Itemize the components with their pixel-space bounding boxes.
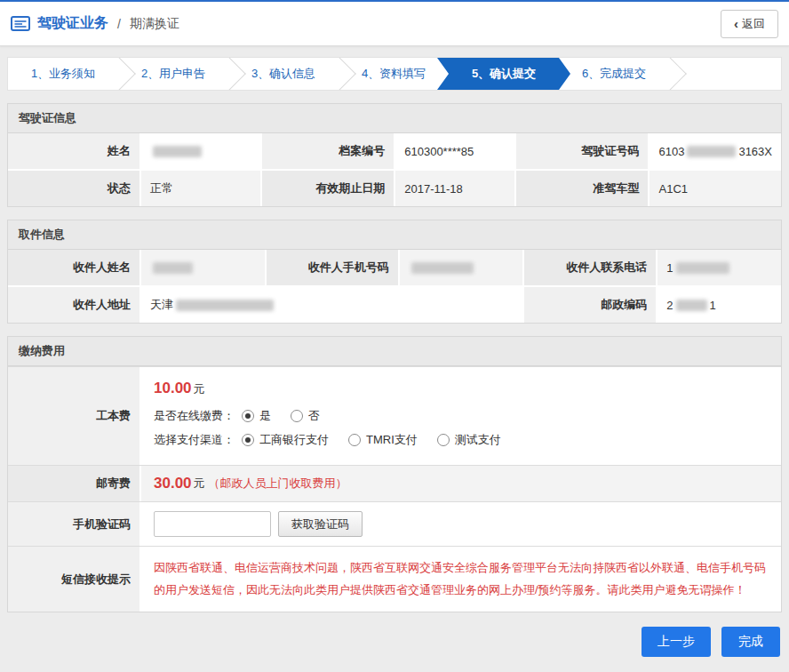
recipient-mobile-label: 收件人手机号码 [267,250,398,285]
mail-fee-amount: 30.00 [154,475,192,492]
recipient-phone-label: 收件人联系电话 [524,250,656,285]
redacted-address [176,300,274,311]
vehicle-type-value: A1C1 [650,171,781,206]
expiry-label: 有效期止日期 [262,171,394,206]
postcode-label: 邮政编码 [524,287,656,323]
production-fee-amount: 10.00 [154,380,192,396]
radio-selected-icon [242,410,254,422]
breadcrumb-separator: / [117,17,121,31]
redacted-recipient-name [153,262,193,274]
fee-unit: 元 [194,476,205,492]
step-5-confirm-submit-active: 5、确认提交 [437,58,570,90]
step-2-user-declaration: 2、用户申告 [118,58,228,90]
sms-code-content: 获取验证码 [141,502,781,546]
license-business-icon [11,16,30,31]
mail-fee-row: 邮寄费 30.00元（邮政人员上门收取费用） [8,465,781,501]
finish-button[interactable]: 完成 [721,627,780,657]
breadcrumb: 驾驶证业务 / 期满换证 [11,14,179,33]
section-title-license: 驾驶证信息 [8,104,781,133]
recipient-mobile-value [400,250,523,285]
online-pay-option-line: 是否在线缴费： 是 否 [154,408,769,424]
name-label: 姓名 [8,133,139,169]
vehicle-type-label: 准驾车型 [516,171,648,206]
recipient-name-value [141,250,265,285]
step-4-fill-data: 4、资料填写 [339,58,449,90]
status-value: 正常 [141,171,260,206]
chevron-left-icon: ‹ [734,17,738,30]
production-fee-content: 10.00元 是否在线缴费： 是 否 选择支付渠道： 工商银行支付 [141,367,781,465]
step-1-business-notice: 1、业务须知 [8,58,118,90]
address-label: 收件人地址 [8,287,139,323]
pickup-info-table: 收件人姓名 收件人手机号码 收件人联系电话 1 收件人地址 天津 邮政编码 21 [8,250,781,323]
sms-code-label: 手机验证码 [8,502,139,546]
fee-unit: 元 [194,382,205,396]
recipient-name-label: 收件人姓名 [8,250,139,285]
page-title: 驾驶证业务 [37,14,108,33]
postcode-value: 21 [658,287,781,323]
radio-unselected-icon [291,410,303,422]
license-no-label: 驾驶证号码 [516,133,648,169]
sms-code-row: 手机验证码 获取验证码 [8,501,781,546]
radio-online-pay-yes[interactable]: 是 [242,408,271,424]
expiry-value: 2017-11-18 [395,171,514,206]
sms-notice-label: 短信接收提示 [8,547,139,612]
previous-step-button[interactable]: 上一步 [642,627,711,657]
step-3-confirm-info: 3、确认信息 [228,58,339,90]
footer-actions: 上一步 完成 [0,612,789,671]
license-no-value: 61033163X [650,133,781,169]
production-fee-label: 工本费 [8,367,139,465]
pay-channel-option-line: 选择支付渠道： 工商银行支付 TMRI支付 测试支付 [154,432,769,448]
radio-online-pay-no[interactable]: 否 [291,408,320,424]
license-info-section: 驾驶证信息 姓名 档案编号 610300****85 驾驶证号码 6103316… [7,103,782,207]
back-button-label: 返回 [742,16,765,32]
mail-fee-label: 邮寄费 [8,466,139,501]
production-fee-amount-line: 10.00元 [154,380,769,397]
name-value [141,133,260,169]
radio-selected-icon [242,434,254,446]
radio-channel-icbc[interactable]: 工商银行支付 [242,432,329,448]
license-info-table: 姓名 档案编号 610300****85 驾驶证号码 61033163X 状态 … [8,133,781,206]
file-no-label: 档案编号 [262,133,394,169]
header: 驾驶证业务 / 期满换证 ‹ 返回 [0,2,789,46]
mail-fee-content: 30.00元（邮政人员上门收取费用） [141,466,781,501]
breadcrumb-current: 期满换证 [130,16,179,32]
sms-notice-text: 因陕西省联通、电信运营商技术问题，陕西省互联网交通安全综合服务管理平台无法向持陕… [154,556,769,603]
redacted-recipient-phone [676,262,729,274]
get-code-button[interactable]: 获取验证码 [278,511,363,537]
address-value: 天津 [141,287,522,323]
mail-fee-note: （邮政人员上门收取费用） [209,476,347,492]
redacted-license-no [687,146,736,157]
redacted-postcode [676,300,707,311]
production-fee-row: 工本费 10.00元 是否在线缴费： 是 否 选择支付渠道： [8,366,781,465]
payment-section: 缴纳费用 工本费 10.00元 是否在线缴费： 是 否 选择支付渠道： [7,336,782,612]
radio-unselected-icon [437,434,450,446]
file-no-value: 610300****85 [395,133,514,169]
status-label: 状态 [8,171,139,206]
radio-channel-test[interactable]: 测试支付 [437,432,501,448]
back-button[interactable]: ‹ 返回 [721,10,778,38]
step-indicator: 1、业务须知 2、用户申告 3、确认信息 4、资料填写 5、确认提交 6、完成提… [7,57,782,91]
radio-channel-tmri[interactable]: TMRI支付 [348,432,418,448]
sms-notice-content: 因陕西省联通、电信运营商技术问题，陕西省互联网交通安全综合服务管理平台无法向持陕… [141,547,781,612]
radio-unselected-icon [348,434,361,446]
online-pay-label: 是否在线缴费： [154,408,235,424]
section-title-payment: 缴纳费用 [8,337,781,366]
recipient-phone-value: 1 [658,250,781,285]
pay-channel-label: 选择支付渠道： [154,432,235,448]
pickup-info-section: 取件信息 收件人姓名 收件人手机号码 收件人联系电话 1 收件人地址 天津 邮政… [7,220,782,324]
redacted-name [153,146,202,157]
step-6-complete-submit: 6、完成提交 [559,58,669,90]
section-title-pickup: 取件信息 [8,220,781,250]
sms-code-input[interactable] [154,511,271,537]
redacted-recipient-mobile [411,262,474,274]
sms-notice-row: 短信接收提示 因陕西省联通、电信运营商技术问题，陕西省互联网交通安全综合服务管理… [8,546,781,612]
